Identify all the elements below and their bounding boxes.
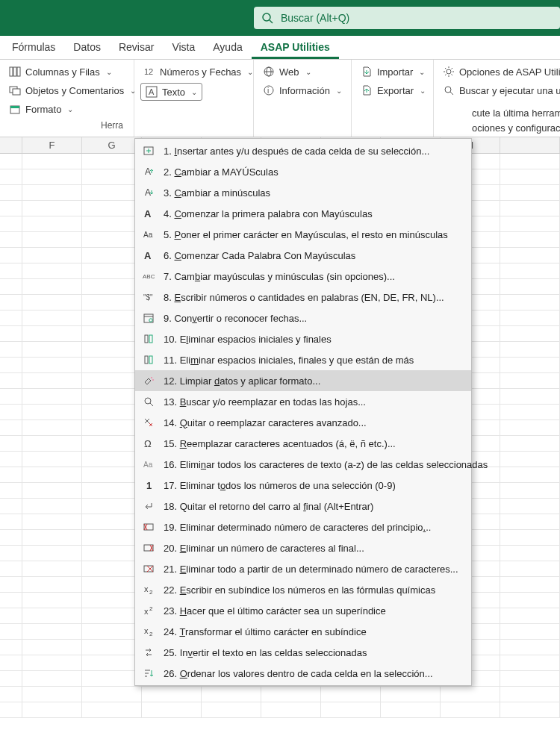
return-icon (141, 499, 156, 513)
import-button[interactable]: Importar⌄ (358, 64, 427, 79)
table-row[interactable] (0, 702, 560, 718)
objects-icon (9, 84, 21, 96)
menu-item-26[interactable]: 26. Ordenar los valores dentro de cada c… (135, 663, 471, 684)
menu-item-8[interactable]: "$"8. Escribir números o cantidades en p… (135, 287, 471, 308)
objects-comments-button[interactable]: Objetos y Comentarios⌄ (6, 83, 128, 98)
info-icon: i (263, 84, 275, 96)
title-bar: Buscar (Alt+Q) (0, 0, 560, 36)
tab-datos[interactable]: Datos (64, 37, 110, 59)
chevron-down-icon: ⌄ (336, 87, 342, 95)
svg-rect-43 (145, 356, 148, 364)
col-G[interactable]: G (82, 137, 142, 153)
one-icon: 1 (141, 478, 156, 492)
swap-icon (141, 646, 156, 659)
menu-item-label: 22. Escribir en subíndice los números en… (164, 584, 435, 596)
x2d-icon: x2 (141, 625, 156, 638)
search-box[interactable]: Buscar (Alt+Q) (254, 7, 560, 29)
svg-line-27 (450, 92, 453, 95)
menu-item-21[interactable]: 21. Eliminar todo a partir de un determi… (135, 558, 471, 579)
cal-icon (141, 311, 156, 325)
numbers-dates-button[interactable]: 12 Números y Fechas⌄ (140, 64, 247, 79)
ABC-icon: ABC (141, 269, 156, 283)
svg-text:2: 2 (149, 605, 153, 612)
menu-item-13[interactable]: 13. Buscar y/o reemplazar en todas las h… (135, 391, 471, 412)
delR-icon (141, 541, 156, 555)
menu-item-17[interactable]: 117. Eliminar todos los números de una s… (135, 475, 471, 496)
trim-icon (141, 332, 156, 346)
menu-item-9[interactable]: 9. Convertir o reconocer fechas... (135, 308, 471, 328)
menu-item-label: 20. Eliminar un número de caracteres al … (164, 543, 364, 554)
menu-item-25[interactable]: 25. Invertir el texto en las celdas sele… (135, 642, 471, 663)
svg-text:Ω: Ω (144, 438, 152, 449)
chevron-down-icon: ⌄ (191, 88, 197, 96)
columns-rows-button[interactable]: Columnas y Filas⌄ (6, 64, 128, 79)
menu-item-7[interactable]: ABC7. Cambiar mayúsculas y minúsculas (s… (135, 266, 471, 287)
web-button[interactable]: Web⌄ (260, 64, 345, 79)
svg-rect-8 (10, 106, 19, 108)
menu-item-18[interactable]: 18. Quitar el retorno del carro al final… (135, 496, 471, 517)
columns-icon (9, 66, 21, 78)
x2d-icon: x2 (141, 583, 156, 596)
insert-icon (141, 144, 156, 157)
svg-text:i: i (267, 87, 269, 95)
menu-item-15[interactable]: Ω15. Reemplazar caracteres acentuados (á… (135, 433, 471, 454)
menu-item-4[interactable]: A4. Comenzar la primera palabra con Mayú… (135, 203, 471, 224)
menu-item-label: 3. Cambiar a minúsculas (164, 187, 270, 199)
import-label: Importar (377, 66, 413, 78)
svg-text:"$": "$" (143, 293, 153, 302)
tab-revisar[interactable]: Revisar (110, 37, 163, 59)
menu-item-12[interactable]: 12. Limpiar datos y aplicar formato... (135, 370, 471, 391)
import-icon (361, 66, 373, 78)
menu-item-label: 25. Invertir el texto en las celdas sele… (164, 647, 367, 658)
menu-item-label: 16. Eliminar todos los caracteres de tex… (164, 459, 488, 470)
export-icon (361, 84, 373, 96)
AH-icon: A (141, 207, 156, 220)
menu-item-20[interactable]: 20. Eliminar un número de caracteres al … (135, 537, 471, 558)
menu-item-3[interactable]: A3. Cambiar a minúsculas (135, 182, 471, 203)
menu-item-5[interactable]: Aa5. Poner el primer carácter en Mayúscu… (135, 224, 471, 245)
svg-text:A: A (149, 87, 155, 96)
x2u-icon: x2 (141, 604, 156, 617)
table-row[interactable] (0, 687, 560, 702)
svg-rect-42 (149, 335, 152, 343)
menu-item-label: 1. Insertar antes y/u después de cada ce… (164, 146, 429, 157)
export-button[interactable]: Exportar⌄ (358, 83, 427, 98)
menu-item-1[interactable]: 1. Insertar antes y/u después de cada ce… (135, 140, 471, 161)
search-run-button[interactable]: Buscar y ejecutar una utili (440, 83, 555, 98)
menu-item-19[interactable]: 19. Eliminar determinado número de carac… (135, 517, 471, 537)
overflow-text-1: cute la última herramie (472, 107, 560, 119)
information-button[interactable]: i Información⌄ (260, 83, 345, 98)
tab-formulas[interactable]: Fórmulas (3, 37, 64, 59)
menu-item-2[interactable]: A2. Cambiar a MAYÚSculas (135, 161, 471, 182)
format-button[interactable]: Formato⌄ (6, 102, 128, 116)
svg-rect-2 (10, 67, 13, 76)
menu-item-16[interactable]: Aa16. Eliminar todos los caracteres de t… (135, 454, 471, 475)
menu-item-14[interactable]: 14. Quitar o reemplazar caracteres avanz… (135, 412, 471, 433)
menu-item-22[interactable]: x222. Escribir en subíndice los números … (135, 579, 471, 600)
svg-text:ABC: ABC (143, 273, 155, 280)
text-icon: A (146, 86, 158, 98)
search-placeholder: Buscar (Alt+Q) (281, 12, 349, 24)
col-F[interactable]: F (22, 137, 82, 153)
asap-options-button[interactable]: Opciones de ASAP Utilitie (440, 64, 555, 79)
menu-item-label: 12. Limpiar datos y aplicar formato... (164, 375, 320, 387)
menu-item-label: 4. Comenzar la primera palabra con Mayús… (164, 208, 373, 219)
tab-asap-utilities[interactable]: ASAP Utilities (252, 37, 339, 59)
menu-item-10[interactable]: 10. Eliminar espacios iniciales y finale… (135, 328, 471, 349)
svg-text:A: A (145, 187, 151, 198)
tab-ayuda[interactable]: Ayuda (204, 37, 251, 59)
overflow-text-2: ociones y configuración (472, 122, 560, 134)
menu-item-24[interactable]: x224. Transformar el último carácter en … (135, 621, 471, 642)
menu-item-label: 8. Escribir números o cantidades en pala… (164, 292, 444, 303)
menu-item-11[interactable]: 11. Eliminar espacios iniciales, finales… (135, 349, 471, 370)
menu-item-23[interactable]: x223. Hacer que el último carácter sea u… (135, 600, 471, 621)
menu-item-label: 11. Eliminar espacios iniciales, finales… (164, 355, 414, 366)
chevron-down-icon: ⌄ (419, 68, 425, 76)
chevron-down-icon: ⌄ (305, 68, 311, 76)
svg-point-47 (145, 398, 151, 404)
search-icon (141, 395, 156, 408)
menu-item-6[interactable]: A6. Comenzar Cada Palabra Con Mayúsculas (135, 245, 471, 266)
tab-vista[interactable]: Vista (163, 37, 204, 59)
sort-icon (141, 667, 156, 680)
text-button[interactable]: A Texto⌄ (140, 83, 202, 101)
